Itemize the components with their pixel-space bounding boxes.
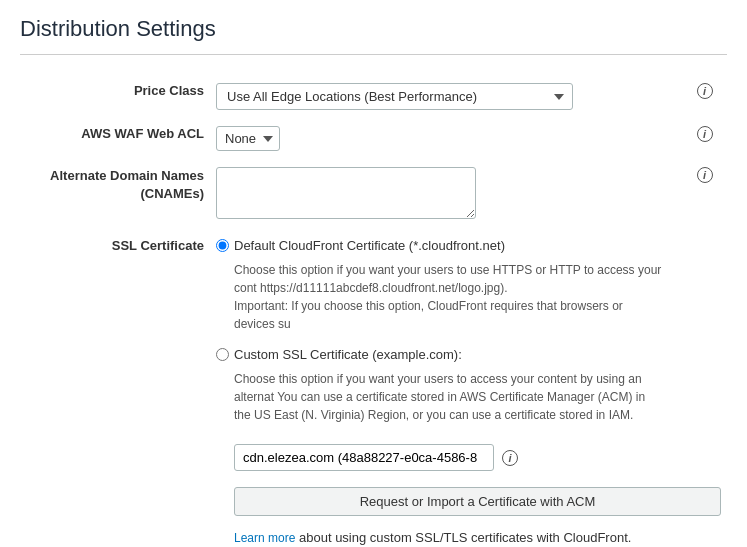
acm-button[interactable]: Request or Import a Certificate with ACM xyxy=(234,487,721,516)
page-title: Distribution Settings xyxy=(20,16,727,42)
cnames-value xyxy=(210,159,691,230)
cert-input-row: i xyxy=(234,444,721,471)
learn-more-ssl-suffix: about using custom SSL/TLS certificates … xyxy=(295,530,631,545)
cnames-row: Alternate Domain Names (CNAMEs) i xyxy=(20,159,727,230)
ssl-custom-radio-label[interactable]: Custom SSL Certificate (example.com): xyxy=(216,347,721,362)
ssl-default-label: Default CloudFront Certificate (*.cloudf… xyxy=(234,238,505,253)
ssl-default-radio[interactable] xyxy=(216,239,229,252)
page-container: Distribution Settings Price Class Use Al… xyxy=(0,0,747,547)
price-class-select[interactable]: Use All Edge Locations (Best Performance… xyxy=(216,83,573,110)
waf-info-cell: i xyxy=(691,118,727,159)
price-class-row: Price Class Use All Edge Locations (Best… xyxy=(20,75,727,118)
price-class-info-cell: i xyxy=(691,75,727,118)
ssl-options: Default CloudFront Certificate (*.cloudf… xyxy=(216,238,721,547)
price-class-label: Price Class xyxy=(20,75,210,118)
cert-input[interactable] xyxy=(234,444,494,471)
waf-row: AWS WAF Web ACL None i xyxy=(20,118,727,159)
ssl-default-description: Choose this option if you want your user… xyxy=(234,261,664,333)
price-class-info-icon[interactable]: i xyxy=(697,83,713,99)
ssl-row: SSL Certificate Default CloudFront Certi… xyxy=(20,230,727,547)
waf-select[interactable]: None xyxy=(216,126,280,151)
ssl-custom-radio[interactable] xyxy=(216,348,229,361)
waf-label: AWS WAF Web ACL xyxy=(20,118,210,159)
learn-more-ssl-line: Learn more about using custom SSL/TLS ce… xyxy=(234,530,721,545)
ssl-custom-label: Custom SSL Certificate (example.com): xyxy=(234,347,462,362)
cnames-info-cell: i xyxy=(691,159,727,230)
ssl-custom-description: Choose this option if you want your user… xyxy=(234,370,664,424)
cnames-label: Alternate Domain Names (CNAMEs) xyxy=(20,159,210,230)
waf-info-icon[interactable]: i xyxy=(697,126,713,142)
ssl-label: SSL Certificate xyxy=(20,230,210,547)
ssl-default-radio-label[interactable]: Default CloudFront Certificate (*.cloudf… xyxy=(216,238,721,253)
price-class-value: Use All Edge Locations (Best Performance… xyxy=(210,75,691,118)
cnames-textarea[interactable] xyxy=(216,167,476,219)
learn-more-section: Learn more about using custom SSL/TLS ce… xyxy=(234,530,721,547)
waf-value: None xyxy=(210,118,691,159)
ssl-value: Default CloudFront Certificate (*.cloudf… xyxy=(210,230,727,547)
section-divider xyxy=(20,54,727,55)
settings-form: Price Class Use All Edge Locations (Best… xyxy=(20,75,727,547)
cert-info-icon[interactable]: i xyxy=(502,450,518,466)
cnames-info-icon[interactable]: i xyxy=(697,167,713,183)
learn-more-ssl-link[interactable]: Learn more xyxy=(234,531,295,545)
